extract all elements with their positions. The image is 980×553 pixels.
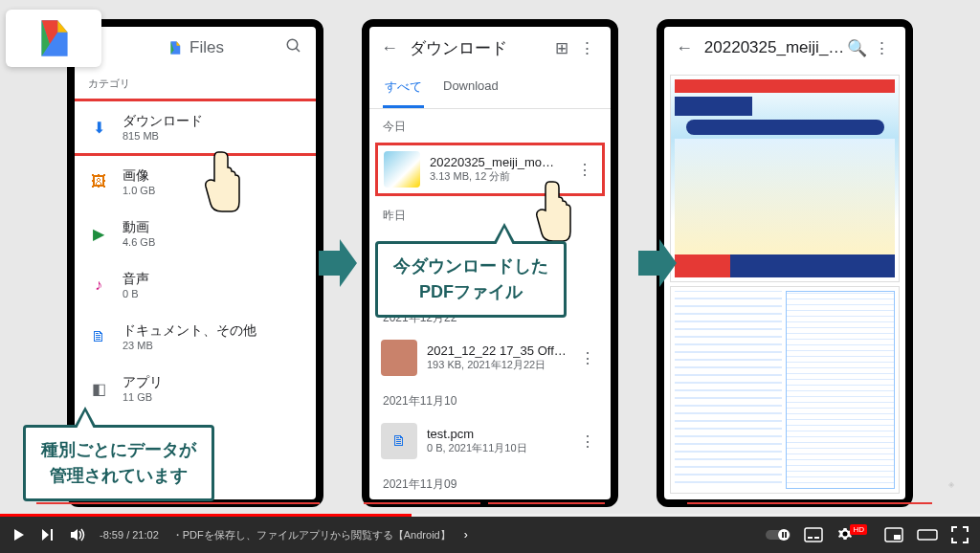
svg-point-0 [287, 39, 298, 50]
fullscreen-button[interactable] [951, 526, 969, 543]
files-app-header: Files [75, 27, 316, 69]
svg-rect-8 [814, 537, 819, 539]
more-icon[interactable]: ⋮ [574, 38, 599, 58]
svg-rect-6 [805, 528, 822, 542]
category-documents[interactable]: 🗎 ドキュメント、その他23 MB [75, 311, 316, 363]
category-images[interactable]: 🖼 画像1.0 GB [75, 156, 316, 208]
audio-icon: ♪ [88, 275, 109, 296]
captions-button[interactable] [804, 527, 823, 542]
section-date-nov09: 2021年11月09 [369, 467, 611, 498]
underline-decoration [488, 502, 605, 504]
category-apps[interactable]: ◧ アプリ11 GB [75, 363, 316, 414]
section-date-nov10: 2021年11月10 [369, 384, 611, 415]
callout-pdf-file: 今ダウンロードした PDFファイル [375, 241, 567, 318]
pointing-hand-icon [528, 178, 576, 245]
downloads-title: ダウンロード [402, 37, 549, 59]
find-in-page-icon[interactable]: 🔍 [844, 38, 869, 58]
video-time: -8:59 / 21:02 [100, 529, 159, 541]
file-menu-icon[interactable]: ⋮ [573, 161, 596, 179]
play-button[interactable] [11, 527, 27, 542]
volume-button[interactable] [69, 526, 86, 543]
files-app-logo-badge [6, 10, 101, 67]
category-videos[interactable]: ▶ 動画4.6 GB [75, 208, 316, 259]
more-icon[interactable]: ⋮ [869, 38, 894, 58]
pdf-page-1 [670, 75, 900, 282]
chevron-right-icon[interactable]: › [464, 528, 468, 542]
back-icon[interactable]: ← [676, 38, 697, 58]
svg-rect-5 [785, 532, 787, 538]
theater-mode-button[interactable] [917, 527, 938, 542]
search-icon[interactable] [285, 37, 302, 59]
image-icon: 🖼 [88, 171, 109, 192]
underline-decoration [687, 502, 932, 504]
category-audio[interactable]: ♪ 音声0 B [75, 259, 316, 311]
pdf-content[interactable] [664, 69, 905, 499]
pdf-title: 20220325_meiji_… [697, 38, 845, 57]
settings-button[interactable]: HD [836, 526, 871, 543]
file-test-pcm[interactable]: 🗎 test.pcm0 B, 2021年11月10日 ⋮ [369, 415, 611, 467]
video-icon: ▶ [88, 223, 109, 244]
grid-view-icon[interactable]: ⊞ [549, 38, 574, 58]
file-thumbnail [381, 506, 417, 507]
apps-icon: ◧ [88, 378, 109, 399]
svg-point-9 [843, 532, 848, 537]
svg-line-1 [296, 48, 300, 52]
svg-rect-11 [894, 535, 901, 540]
file-menu-icon[interactable]: ⋮ [576, 432, 599, 451]
arrow-icon [318, 239, 358, 287]
video-player-controls: -8:59 / 21:02 ・PDFを保存し、ファイルアプリから閲覧する【And… [0, 517, 980, 553]
files-header-title: Files [189, 38, 224, 57]
category-section-label: カテゴリ [75, 69, 316, 99]
pdf-page-2 [670, 286, 900, 494]
pointing-hand-icon [197, 148, 245, 215]
category-size: 815 MB [122, 130, 203, 142]
section-today: 今日 [369, 109, 611, 141]
watermark-logo: ◈ [934, 461, 969, 507]
download-icon: ⬇ [88, 117, 109, 138]
file-office[interactable]: 2021_12_22 17_35 Office …193 KB, 2021年12… [369, 332, 611, 384]
underline-decoration [364, 502, 480, 504]
callout-category-explanation: 種別ごとにデータが 管理されています [23, 425, 214, 501]
svg-rect-7 [808, 537, 813, 539]
hd-badge: HD [850, 524, 867, 535]
document-icon: 🗎 [88, 326, 109, 347]
video-chapter-title[interactable]: ・PDFを保存し、ファイルアプリから閲覧する【Android】 [172, 528, 451, 542]
miniplayer-button[interactable] [884, 527, 903, 542]
file-thumbnail [384, 151, 420, 188]
svg-rect-12 [918, 530, 937, 540]
phone-pdf-viewer: ← 20220325_meiji_… 🔍 ⋮ [657, 19, 913, 507]
next-button[interactable] [40, 527, 56, 542]
file-thumbnail [381, 340, 417, 376]
file-icon: 🗎 [381, 423, 417, 459]
autoplay-toggle[interactable] [766, 528, 791, 542]
file-menu-icon[interactable]: ⋮ [576, 349, 599, 367]
tab-all[interactable]: すべて [383, 69, 424, 108]
category-downloads[interactable]: ⬇ ダウンロード815 MB [72, 99, 319, 156]
arrow-icon [637, 239, 678, 287]
category-name: ダウンロード [122, 113, 203, 130]
underline-decoration [36, 502, 320, 504]
tab-download[interactable]: Download [441, 69, 501, 108]
back-icon[interactable]: ← [381, 38, 402, 58]
svg-rect-4 [782, 532, 784, 538]
